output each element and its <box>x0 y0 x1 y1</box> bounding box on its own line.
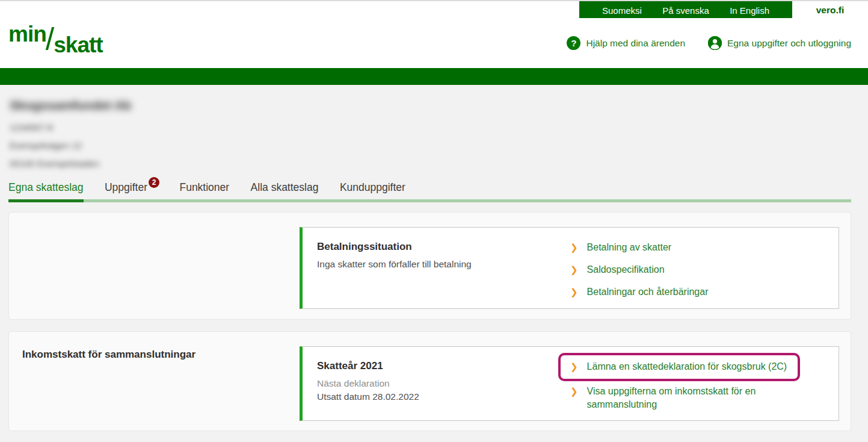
tab-uppgifter-label: Uppgifter <box>105 181 147 193</box>
tab-bar: Egna skatteslag Uppgifter2 Funktioner Al… <box>8 179 851 202</box>
link-visa-uppgifterna-inkomstskatt[interactable]: ❯ Visa uppgifterna om inkomstskatt för e… <box>570 385 829 411</box>
link-label: Betalning av skatter <box>587 241 672 254</box>
tax-year-2021-box: Skatteår 2021 Nästa deklaration Utsatt d… <box>300 346 839 421</box>
tab-uppgifter[interactable]: Uppgifter2 <box>105 179 158 199</box>
taxpayer-address-redacted: Exempelvägen 12 <box>10 140 131 151</box>
main-content: Skogssamfundet Ab 1234567-8 Exempelvägen… <box>0 85 868 441</box>
profile-logout-label: Egna uppgifter och utloggning <box>727 38 851 49</box>
help-icon: ? <box>567 36 580 50</box>
user-profile-icon <box>708 36 722 50</box>
chevron-right-icon: ❯ <box>570 385 578 398</box>
payment-situation-links: ❯ Betalning av skatter ❯ Saldospecifikat… <box>570 228 839 308</box>
uppgifter-notification-badge: 2 <box>149 177 159 188</box>
tax-year-title: Skatteår 2021 <box>317 360 570 372</box>
due-date-label: Utsatt datum 28.02.2022 <box>317 390 570 403</box>
annotation-highlight-box: ❯ Lämna en skattedeklaration för skogsbr… <box>558 353 800 381</box>
green-divider-band <box>0 68 868 85</box>
mytax-page: Suomeksi På svenska In English vero.fi m… <box>0 0 868 442</box>
tax-year-2021-text: Skatteår 2021 Nästa deklaration Utsatt d… <box>303 347 570 420</box>
language-bar: Suomeksi På svenska In English vero.fi <box>0 0 868 18</box>
tab-kunduppgifter[interactable]: Kunduppgifter <box>340 179 405 199</box>
logo-text-min: min <box>8 22 46 46</box>
link-label: Saldospecifikation <box>587 263 665 276</box>
link-lamna-skattedeklaration-skogsbruk-2c[interactable]: ❯ Lämna en skattedeklaration för skogsbr… <box>570 360 787 373</box>
partnership-income-tax-card: Inkomstskatt för sammanslutningar Skatte… <box>8 331 851 431</box>
payment-situation-status: Inga skatter som förfaller till betalnin… <box>317 258 570 271</box>
link-label: Lämna en skattedeklaration för skogsbruk… <box>587 360 787 373</box>
link-label: Betalningar och återbäringar <box>587 285 709 299</box>
help-link-label: Hjälp med dina ärenden <box>586 38 685 49</box>
language-link-swedish[interactable]: På svenska <box>662 5 709 16</box>
link-saldospecifikation[interactable]: ❯ Saldospecifikation <box>570 263 829 276</box>
tab-alla-skatteslag[interactable]: Alla skatteslag <box>251 179 319 199</box>
payment-situation-text: Betalningssituation Inga skatter som för… <box>303 228 570 308</box>
chevron-right-icon: ❯ <box>570 263 578 276</box>
link-label: Visa uppgifterna om inkomstskatt för en … <box>587 385 796 411</box>
profile-logout-link[interactable]: Egna uppgifter och utloggning <box>708 36 851 50</box>
site-header: min/skatt ? Hjälp med dina ärenden Egna … <box>0 18 868 68</box>
tab-egna-skatteslag[interactable]: Egna skatteslag <box>8 179 84 202</box>
taxpayer-city-redacted: 00100 Exempelstaden <box>10 158 131 169</box>
vero-fi-link[interactable]: vero.fi <box>792 1 868 19</box>
payment-situation-box: Betalningssituation Inga skatter som för… <box>300 227 839 309</box>
language-link-finnish[interactable]: Suomeksi <box>602 5 642 16</box>
next-declaration-label: Nästa deklaration <box>317 377 570 390</box>
chevron-right-icon: ❯ <box>570 360 578 373</box>
taxpayer-info-redacted: Skogssamfundet Ab 1234567-8 Exempelvägen… <box>10 98 131 176</box>
language-link-english[interactable]: In English <box>730 5 769 16</box>
tax-year-links: ❯ Lämna en skattedeklaration för skogsbr… <box>570 347 839 420</box>
taxpayer-name-redacted: Skogssamfundet Ab <box>10 98 131 113</box>
payment-situation-title: Betalningssituation <box>317 241 570 253</box>
taxpayer-id-redacted: 1234567-8 <box>10 122 131 132</box>
link-betalningar-och-aterbaringar[interactable]: ❯ Betalningar och återbäringar <box>570 285 829 299</box>
chevron-right-icon: ❯ <box>570 241 578 254</box>
language-bar-green-segment: Suomeksi På svenska In English <box>579 1 792 19</box>
payment-situation-card: Betalningssituation Inga skatter som för… <box>8 212 851 320</box>
chevron-right-icon: ❯ <box>570 285 578 299</box>
minskatt-logo[interactable]: min/skatt <box>8 23 103 56</box>
tab-funktioner[interactable]: Funktioner <box>179 179 229 199</box>
help-link[interactable]: ? Hjälp med dina ärenden <box>567 36 685 50</box>
header-links: ? Hjälp med dina ärenden Egna uppgifter … <box>567 18 851 68</box>
logo-text-skatt: skatt <box>54 33 102 57</box>
link-betalning-av-skatter[interactable]: ❯ Betalning av skatter <box>570 241 829 254</box>
partnership-income-tax-heading: Inkomstskatt för sammanslutningar <box>22 349 195 361</box>
